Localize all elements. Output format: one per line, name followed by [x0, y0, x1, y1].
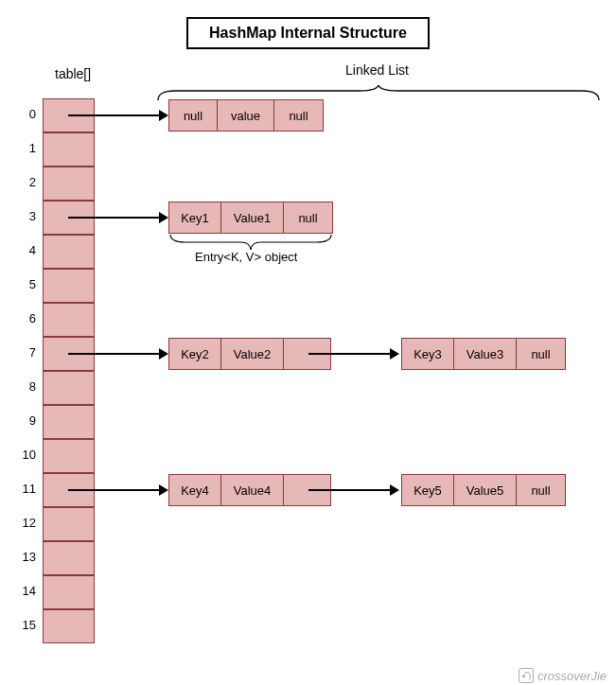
- diagram-body: 0 1 2 3 4 5 6 7 8 9 10 11 12 13 14 15 nu…: [9, 93, 607, 679]
- entry-node: Key3 Value3 null: [401, 338, 566, 370]
- entry-value: Value3: [454, 338, 517, 370]
- header-labels: table[] Linked List: [9, 61, 607, 93]
- bucket-slot: [43, 439, 95, 473]
- watermark: crossoverJie: [519, 668, 607, 683]
- svg-marker-7: [390, 348, 399, 360]
- bucket-slot: [43, 235, 95, 269]
- entry-next: null: [284, 202, 333, 234]
- entry-key: Key1: [168, 202, 221, 234]
- svg-marker-9: [159, 484, 168, 496]
- bucket-slot: [43, 575, 95, 609]
- bucket-index: 13: [9, 550, 36, 564]
- entry-object-label: Entry<K, V> object: [195, 250, 297, 264]
- entry-value: Value4: [221, 474, 284, 506]
- bucket-index: 14: [9, 584, 36, 598]
- entry-next: null: [517, 338, 566, 370]
- bucket-index: 9: [9, 413, 36, 428]
- bucket-slot: [43, 303, 95, 337]
- svg-marker-11: [390, 484, 399, 496]
- entry-brace: [168, 235, 333, 250]
- entry-node: Key2 Value2: [168, 338, 331, 370]
- entry-node: Key4 Value4: [168, 474, 331, 506]
- entry-value: Value1: [221, 202, 284, 234]
- arrow-icon: [68, 344, 168, 363]
- entry-next: null: [517, 474, 566, 506]
- entry-node: null value null: [168, 99, 324, 132]
- bucket-slot: [43, 405, 95, 439]
- bucket-slot: [43, 609, 95, 643]
- arrow-icon: [68, 208, 168, 227]
- arrow-icon: [308, 344, 399, 363]
- bucket-index: 5: [9, 277, 36, 291]
- bucket-slot: [43, 167, 95, 201]
- entry-value: Value5: [454, 474, 517, 506]
- bucket-index: 11: [9, 482, 36, 496]
- entry-value: value: [218, 99, 274, 132]
- bucket-index: 4: [9, 243, 36, 257]
- svg-marker-3: [159, 212, 168, 223]
- entry-key: Key5: [401, 474, 454, 506]
- entry-key: Key3: [401, 338, 454, 370]
- bucket-index: 6: [9, 311, 36, 325]
- arrow-icon: [68, 481, 168, 500]
- linked-list-label: Linked List: [345, 62, 409, 78]
- bucket-index: 1: [9, 141, 36, 155]
- bucket-index: 7: [9, 345, 36, 360]
- bucket-slot: [43, 269, 95, 303]
- svg-marker-1: [159, 110, 168, 121]
- bucket-slot: [43, 507, 95, 541]
- bucket-index: 8: [9, 379, 36, 394]
- bucket-index: 3: [9, 209, 36, 223]
- entry-key: null: [168, 99, 218, 132]
- bucket-index: 10: [9, 448, 36, 462]
- entry-node: Key1 Value1 null: [168, 202, 333, 234]
- entry-key: Key4: [168, 474, 221, 506]
- bucket-index: 2: [9, 175, 36, 189]
- wechat-icon: [519, 668, 534, 683]
- entry-key: Key2: [168, 338, 221, 370]
- bucket-index: 12: [9, 516, 36, 530]
- table-label: table[]: [55, 66, 91, 81]
- bucket-slot: [43, 371, 95, 405]
- bucket-index: 15: [9, 618, 36, 632]
- entry-value: Value2: [221, 338, 284, 370]
- arrow-icon: [68, 106, 168, 125]
- diagram-title: HashMap Internal Structure: [186, 17, 430, 49]
- svg-marker-5: [159, 348, 168, 360]
- entry-node: Key5 Value5 null: [401, 474, 566, 506]
- bucket-slot: [43, 132, 95, 167]
- arrow-icon: [308, 481, 399, 500]
- bucket-index: 0: [9, 107, 36, 121]
- entry-next: null: [274, 99, 324, 132]
- bucket-slot: [43, 541, 95, 575]
- watermark-text: crossoverJie: [537, 669, 607, 683]
